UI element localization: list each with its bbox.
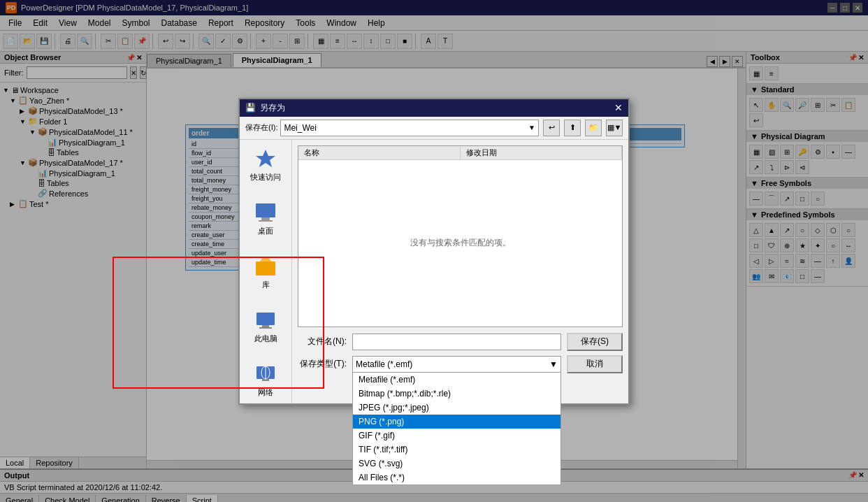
filetype-label: 保存类型(T):: [298, 358, 347, 370]
dialog-toolbar: 保存在(I): Mei_Wei ▼ ↩ ⬆ 📁 ▦▼: [240, 117, 628, 140]
save-button[interactable]: 保存(S): [567, 333, 623, 351]
filetype-opt-3[interactable]: PNG (*.png): [353, 415, 560, 429]
svg-rect-4: [256, 261, 275, 275]
dialog-file-area: 名称 修改日期 没有与搜索条件匹配的项。 文件名(N): 保存(S): [292, 140, 628, 403]
dialog-close-btn[interactable]: ✕: [614, 102, 623, 113]
file-list-empty: 没有与搜索条件匹配的项。: [298, 160, 622, 327]
dialog-title: 💾 另存为 ✕: [240, 99, 628, 117]
quick-access-label: 快速访问: [250, 172, 281, 182]
filename-label: 文件名(N):: [298, 336, 347, 347]
svg-rect-2: [261, 217, 270, 220]
cancel-button[interactable]: 取消: [567, 355, 623, 373]
computer-icon: [253, 307, 278, 332]
desktop-icon: [253, 199, 278, 224]
filetype-select[interactable]: Metafile (*.emf) ▼: [352, 356, 561, 373]
network-icon: [253, 361, 278, 386]
nav-back-btn[interactable]: ↩: [543, 120, 560, 136]
location-value: Mei_Wei: [284, 123, 316, 133]
filename-row: 文件名(N): 保存(S): [298, 333, 623, 351]
nav-up-btn[interactable]: ⬆: [564, 120, 581, 136]
dialog-title-icon: 💾: [245, 103, 256, 113]
location-dropdown-arrow: ▼: [528, 124, 535, 131]
filetype-opt-4[interactable]: GIF (*.gif): [353, 429, 560, 443]
filetype-opt-7[interactable]: All Files (*.*): [353, 471, 560, 485]
svg-rect-7: [262, 325, 269, 327]
filetype-arrow: ▼: [549, 359, 558, 369]
dialog-main-area: 快速访问 桌面 库 此: [240, 140, 628, 403]
shortcut-computer[interactable]: 此电脑: [253, 307, 278, 344]
col-name[interactable]: 名称: [298, 146, 461, 159]
filetype-value: Metafile (*.emf): [356, 359, 412, 369]
dialog-bottom: 文件名(N): 保存(S) 保存类型(T): Metafile (*.emf) …: [298, 333, 623, 373]
computer-label: 此电脑: [254, 334, 277, 344]
filetype-opt-0[interactable]: Metafile (*.emf): [353, 373, 560, 387]
library-icon: [253, 253, 278, 278]
nav-new-folder-btn[interactable]: 📁: [585, 120, 602, 136]
shortcut-network[interactable]: 网络: [253, 361, 278, 398]
shortcut-desktop[interactable]: 桌面: [253, 199, 278, 236]
shortcut-quick-access[interactable]: 快速访问: [250, 145, 281, 182]
filetype-opt-5[interactable]: TIF (*.tif;*.tiff): [353, 443, 560, 457]
dialog-title-text: 另存为: [260, 102, 285, 114]
dialog-sidebar: 快速访问 桌面 库 此: [240, 140, 292, 403]
save-dialog-overlay: 💾 另存为 ✕ 保存在(I): Mei_Wei ▼ ↩ ⬆ 📁 ▦▼: [0, 0, 868, 502]
library-label: 库: [262, 280, 270, 290]
svg-rect-8: [259, 327, 272, 329]
location-dropdown[interactable]: Mei_Wei ▼: [280, 120, 539, 136]
filetype-opt-1[interactable]: Bitmap (*.bmp;*.dib;*.rle): [353, 387, 560, 401]
shortcut-library[interactable]: 库: [253, 253, 278, 290]
location-label: 保存在(I):: [245, 122, 277, 133]
svg-marker-5: [260, 257, 271, 261]
filename-input[interactable]: [352, 334, 561, 350]
desktop-label: 桌面: [258, 226, 273, 236]
svg-rect-6: [256, 313, 275, 325]
svg-rect-1: [256, 203, 275, 217]
quick-access-icon: [253, 145, 278, 171]
svg-marker-0: [256, 150, 275, 167]
file-list-container: 名称 修改日期 没有与搜索条件匹配的项。: [298, 145, 623, 327]
save-dialog: 💾 另存为 ✕ 保存在(I): Mei_Wei ▼ ↩ ⬆ 📁 ▦▼: [238, 98, 630, 405]
filetype-opt-2[interactable]: JPEG (*.jpg;*.jpeg): [353, 401, 560, 415]
filetype-row: 保存类型(T): Metafile (*.emf) ▼ Metafile (*.…: [298, 355, 623, 373]
file-list-header: 名称 修改日期: [298, 146, 622, 160]
col-date[interactable]: 修改日期: [461, 146, 623, 159]
network-label: 网络: [258, 387, 273, 398]
filetype-dropdown-wrapper: Metafile (*.emf) ▼ Metafile (*.emf) Bitm…: [352, 356, 561, 373]
filetype-opt-6[interactable]: SVG (*.svg): [353, 457, 560, 471]
svg-rect-3: [259, 220, 273, 222]
filetype-dropdown-list: Metafile (*.emf) Bitmap (*.bmp;*.dib;*.r…: [352, 373, 561, 485]
nav-view-btn[interactable]: ▦▼: [606, 120, 623, 136]
